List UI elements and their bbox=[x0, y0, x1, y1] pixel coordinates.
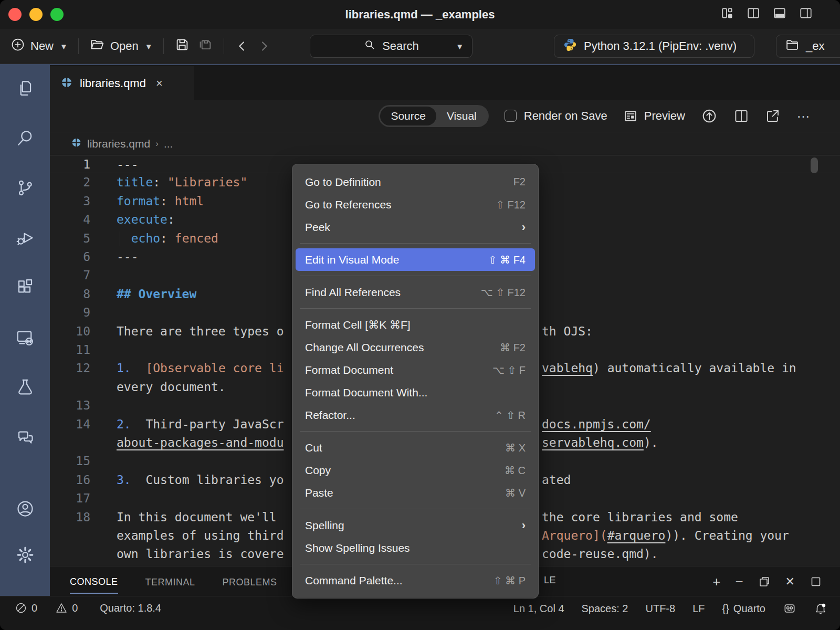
panel-tab-clipped[interactable]: LE bbox=[544, 575, 556, 586]
feedback-robot-icon[interactable] bbox=[783, 602, 796, 615]
indentation-status[interactable]: Spaces: 2 bbox=[582, 603, 628, 615]
line-number: 15 bbox=[50, 452, 90, 470]
menu-separator bbox=[300, 243, 531, 244]
cursor-position-status[interactable]: Ln 1, Col 4 bbox=[513, 603, 564, 615]
line-number: 2 bbox=[50, 173, 90, 192]
search-sidebar-icon[interactable] bbox=[13, 125, 38, 151]
forward-button[interactable] bbox=[257, 39, 271, 54]
menu-item-change-all-occurrences[interactable]: Change All Occurrences⌘ F2 bbox=[296, 336, 535, 359]
project-folder-icon bbox=[785, 37, 800, 55]
tab-close-icon[interactable]: × bbox=[156, 77, 163, 90]
panel-layout-icon[interactable] bbox=[810, 575, 822, 588]
language-mode-status[interactable]: {} Quarto bbox=[722, 603, 765, 615]
search-input[interactable]: Search ▼ bbox=[310, 35, 472, 58]
code-fragment-right: servablehq.com). bbox=[542, 434, 658, 452]
breadcrumb-chevron: › bbox=[155, 139, 159, 149]
interpreter-selector[interactable]: Python 3.12.1 (PipEnv: .venv) bbox=[554, 35, 754, 58]
status-bar: 0 0 Quarto: 1.8.4 Ln 1, Col 4 Spaces: 2 … bbox=[0, 596, 840, 630]
quarto-version-status[interactable]: Quarto: 1.8.4 bbox=[100, 602, 161, 614]
line-number: 13 bbox=[50, 396, 90, 415]
source-visual-toggle[interactable]: Source Visual bbox=[379, 105, 488, 127]
visual-mode-button[interactable]: Visual bbox=[436, 107, 487, 125]
extensions-icon[interactable] bbox=[13, 275, 38, 300]
eol-status[interactable]: LF bbox=[692, 603, 705, 615]
menu-item-edit-in-visual-mode[interactable]: Edit in Visual Mode⇧ ⌘ F4 bbox=[296, 248, 535, 271]
menu-item-find-all-references[interactable]: Find All References⌥ ⇧ F12 bbox=[296, 281, 535, 303]
breadcrumb[interactable]: libraries.qmd › ... bbox=[50, 132, 840, 155]
panel-restore-icon[interactable] bbox=[758, 575, 771, 588]
notifications-bell-icon[interactable] bbox=[814, 602, 827, 615]
source-mode-button[interactable]: Source bbox=[380, 107, 436, 125]
chat-icon[interactable] bbox=[13, 425, 38, 450]
editor-action-bar: Source Visual Render on Save Preview … bbox=[50, 100, 840, 132]
line-number: 10 bbox=[50, 322, 90, 341]
panel-plus-icon[interactable]: + bbox=[712, 575, 720, 589]
line-number: 1 bbox=[50, 155, 90, 174]
customize-layout-icon[interactable] bbox=[720, 6, 734, 20]
menu-item-cut[interactable]: Cut⌘ X bbox=[296, 436, 535, 459]
editor-context-menu: Go to DefinitionF2Go to References⇧ F12P… bbox=[292, 164, 539, 598]
menu-item-peek[interactable]: Peek› bbox=[296, 216, 535, 238]
search-label: Search bbox=[382, 39, 419, 53]
line-number: 9 bbox=[50, 303, 90, 322]
panel-tab-problems[interactable]: PROBLEMS bbox=[223, 570, 277, 593]
search-dropdown-caret[interactable]: ▼ bbox=[456, 42, 464, 51]
menu-item-command-palette[interactable]: Command Palette...⇧ ⌘ P bbox=[296, 569, 535, 592]
code-fragment-right: ated bbox=[542, 471, 571, 489]
menu-item-format-document[interactable]: Format Document⌥ ⇧ F bbox=[296, 359, 535, 381]
back-button[interactable] bbox=[235, 39, 249, 54]
open-folder-icon bbox=[89, 37, 105, 56]
new-plus-icon bbox=[10, 37, 25, 55]
interpreter-label: Python 3.12.1 (PipEnv: .venv) bbox=[584, 39, 737, 53]
project-selector[interactable]: _ex bbox=[776, 35, 840, 58]
testing-icon[interactable] bbox=[13, 375, 38, 400]
line-number: 12 bbox=[50, 359, 90, 377]
more-actions-icon[interactable]: … bbox=[796, 110, 811, 122]
open-label: Open bbox=[110, 39, 139, 53]
code-fragment-right: the core libraries and some bbox=[542, 508, 738, 527]
line-number: 17 bbox=[50, 489, 90, 508]
menu-item-format-cell-k-f[interactable]: Format Cell [⌘K ⌘F] bbox=[296, 313, 535, 336]
toggle-secondary-sidebar-icon[interactable] bbox=[799, 6, 813, 20]
save-all-button[interactable] bbox=[197, 37, 213, 56]
problems-status[interactable]: 0 0 bbox=[15, 602, 78, 614]
toggle-panel-icon[interactable] bbox=[773, 6, 786, 20]
explorer-icon[interactable] bbox=[13, 76, 38, 101]
open-in-new-window-icon[interactable] bbox=[765, 108, 781, 124]
split-editor-layout-icon[interactable] bbox=[747, 6, 760, 20]
preview-label[interactable]: Preview bbox=[644, 109, 685, 123]
panel-tab-console[interactable]: CONSOLE bbox=[70, 569, 118, 594]
encoding-status[interactable]: UTF-8 bbox=[645, 603, 675, 615]
new-button[interactable]: New ▼ bbox=[10, 37, 68, 55]
menu-item-show-spelling-issues[interactable]: Show Spelling Issues bbox=[296, 537, 535, 559]
remote-explorer-icon[interactable] bbox=[13, 325, 38, 350]
menu-item-spelling[interactable]: Spelling› bbox=[296, 514, 535, 537]
split-editor-icon[interactable] bbox=[733, 108, 749, 124]
line-number: 5 bbox=[50, 229, 90, 248]
breadcrumb-ellipsis[interactable]: ... bbox=[164, 138, 173, 150]
account-icon[interactable] bbox=[13, 496, 38, 521]
quarto-file-icon bbox=[71, 137, 82, 151]
panel-minimize-icon[interactable]: − bbox=[735, 575, 743, 589]
run-debug-icon[interactable] bbox=[13, 225, 38, 250]
menu-item-go-to-references[interactable]: Go to References⇧ F12 bbox=[296, 193, 535, 216]
menu-item-format-document-with[interactable]: Format Document With... bbox=[296, 381, 535, 404]
render-on-save-label: Render on Save bbox=[524, 109, 607, 123]
panel-close-icon[interactable]: ✕ bbox=[785, 576, 795, 587]
breadcrumb-file[interactable]: libraries.qmd bbox=[87, 138, 150, 150]
python-logo-icon bbox=[563, 37, 578, 55]
menu-item-paste[interactable]: Paste⌘ V bbox=[296, 481, 535, 504]
menu-item-go-to-definition[interactable]: Go to DefinitionF2 bbox=[296, 171, 535, 193]
settings-gear-icon[interactable] bbox=[13, 542, 38, 568]
panel-tab-terminal[interactable]: TERMINAL bbox=[145, 570, 195, 593]
save-button[interactable] bbox=[174, 37, 190, 56]
line-number: 8 bbox=[50, 285, 90, 303]
menu-item-copy[interactable]: Copy⌘ C bbox=[296, 459, 535, 481]
tab-libraries-qmd[interactable]: libraries.qmd × bbox=[50, 66, 194, 101]
source-control-icon[interactable] bbox=[13, 175, 38, 201]
menu-item-refactor[interactable]: Refactor...⌃ ⇧ R bbox=[296, 404, 535, 426]
render-icon[interactable] bbox=[701, 108, 718, 124]
open-dropdown-caret: ▼ bbox=[145, 42, 153, 51]
open-button[interactable]: Open ▼ bbox=[89, 37, 153, 56]
render-on-save-checkbox[interactable] bbox=[505, 110, 517, 122]
